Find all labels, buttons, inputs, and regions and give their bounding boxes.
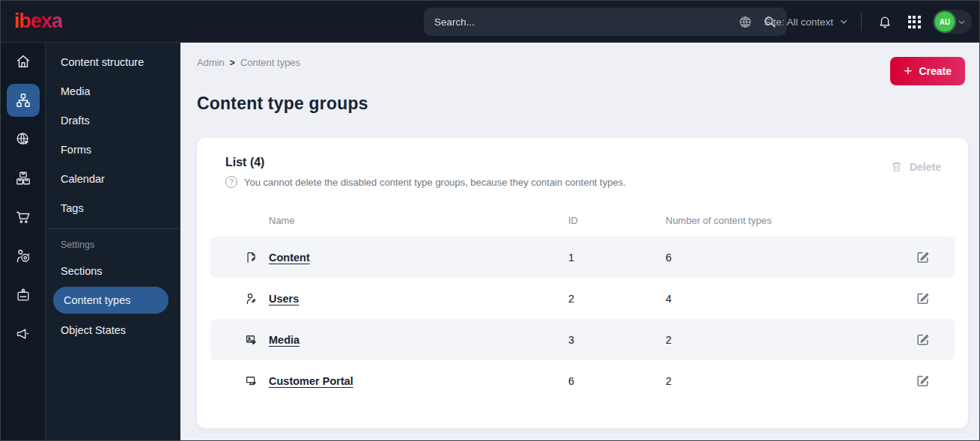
group-id: 6 [568,360,666,401]
sidebar-item-content-types[interactable]: Content types [53,287,168,314]
menu-divider [46,228,180,229]
breadcrumb-admin[interactable]: Admin [197,57,225,68]
edit-icon[interactable] [913,371,933,391]
site-context-label: Site: All context [764,16,833,28]
sidebar-item-calendar[interactable]: Calendar [46,164,180,193]
help-question-icon: ? [225,176,237,188]
topbar-divider [861,13,862,31]
list-title: List (4) [225,156,626,169]
content-structure-icon[interactable] [7,84,40,117]
create-button[interactable]: + Create [890,57,965,85]
plus-icon: + [904,64,912,78]
monitor-edit-icon [245,374,269,388]
app-grid-icon[interactable] [904,11,925,32]
list-info: ? You cannot delete the disabled content… [225,176,626,188]
table-row: Users 2 4 [210,278,955,319]
global-search[interactable] [424,7,787,36]
group-id: 2 [568,278,666,319]
sidebar-item-object-states[interactable]: Object States [46,315,180,344]
topbar: ibexa Site: All context [1,1,979,43]
user-edit-icon [245,292,269,305]
badge-id-icon[interactable] [7,279,40,311]
breadcrumb-current: Content types [240,57,300,68]
group-count: 4 [666,278,913,319]
ibexa-logo[interactable]: ibexa [14,10,62,33]
commerce-cart-icon[interactable] [7,201,40,234]
app-window: ibexa Site: All context [0,0,980,441]
chevron-down-icon [958,18,966,26]
group-link[interactable]: Content [269,252,310,264]
group-id: 3 [568,319,666,360]
group-link[interactable]: Users [269,293,299,305]
user-menu[interactable]: AU [933,10,972,34]
group-count: 2 [666,360,913,401]
sidebar-menu: Content structure Media Drafts Forms Cal… [46,43,180,440]
list-info-text: You cannot delete the disabled content t… [244,177,626,188]
settings-section-label: Settings [46,234,180,256]
avatar[interactable]: AU [935,12,955,31]
search-input[interactable] [434,16,763,28]
trash-icon [890,160,903,173]
column-header-name: Name [269,207,568,237]
group-count: 6 [666,237,913,278]
list-card: List (4) ? You cannot delete the disable… [197,138,968,428]
megaphone-icon[interactable] [7,317,40,350]
globe-icon [735,11,756,32]
notifications-bell-icon[interactable] [874,11,895,32]
group-link[interactable]: Media [269,334,299,346]
group-count: 2 [666,319,913,360]
edit-icon[interactable] [913,329,933,350]
page-title: Content type groups [197,94,968,114]
site-globe-icon[interactable] [7,123,40,156]
personalization-target-icon[interactable] [7,240,40,273]
content-type-groups-table: Name ID Number of content types [210,207,955,401]
image-edit-icon [245,333,269,347]
products-boxes-icon[interactable] [7,162,40,195]
column-header-count: Number of content types [666,207,913,237]
site-context-selector[interactable]: Site: All context [764,16,848,28]
sidebar-item-media[interactable]: Media [46,76,180,106]
breadcrumb-separator: > [230,58,235,68]
group-id: 1 [568,237,666,278]
group-link[interactable]: Customer Portal [269,375,353,387]
home-icon[interactable] [7,45,40,78]
icon-rail [1,43,46,440]
file-edit-icon [245,251,269,264]
edit-icon[interactable] [913,247,933,267]
table-row: Media 3 2 [210,319,955,360]
sidebar-item-forms[interactable]: Forms [46,135,180,164]
breadcrumb: Admin > Content types [197,57,968,68]
sidebar-item-tags[interactable]: Tags [46,193,180,222]
column-header-id: ID [568,207,666,237]
sidebar-item-content-structure[interactable]: Content structure [46,47,180,76]
sidebar-item-sections[interactable]: Sections [46,256,180,285]
main-content: Admin > Content types + Create Content t… [180,43,979,440]
table-row: Customer Portal 6 2 [210,360,955,401]
topbar-actions: Site: All context AU [735,1,972,43]
delete-button[interactable]: Delete [887,156,944,177]
sidebar-item-drafts[interactable]: Drafts [46,106,180,135]
edit-icon[interactable] [913,288,933,308]
table-row: Content 1 6 [210,237,955,278]
chevron-down-icon [839,17,848,26]
